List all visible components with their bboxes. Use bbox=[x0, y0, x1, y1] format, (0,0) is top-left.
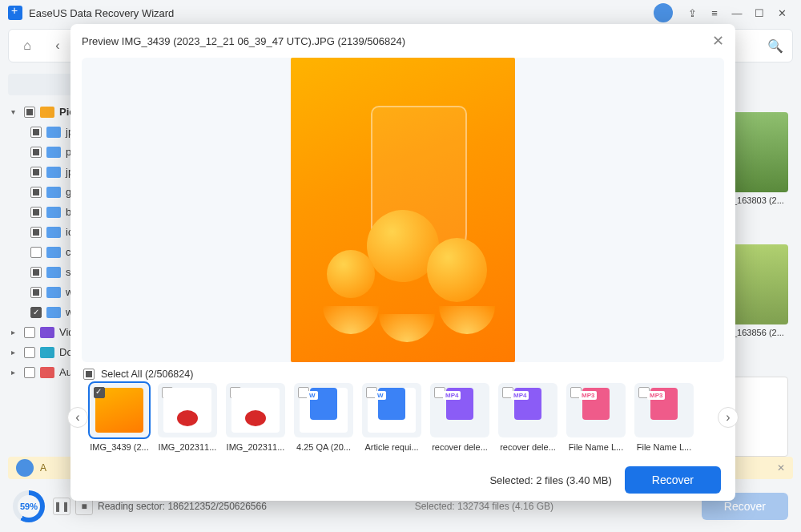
preview-image bbox=[291, 58, 515, 362]
thumb-item[interactable]: WArticle requi... bbox=[362, 383, 421, 452]
selected-text: Selected: 2 files (3.40 MB) bbox=[489, 474, 611, 486]
recover-button[interactable]: Recover bbox=[625, 466, 721, 494]
thumb-label: recover dele... bbox=[498, 442, 557, 452]
select-all-row[interactable]: Select All (2/506824) bbox=[70, 362, 735, 383]
thumb-label: recover dele... bbox=[430, 442, 489, 452]
modal-footer: Selected: 2 files (3.40 MB) Recover bbox=[70, 457, 735, 506]
thumb-item[interactable]: IMG_3439 (2... bbox=[90, 383, 149, 452]
thumb-checkbox[interactable] bbox=[94, 387, 105, 398]
preview-area bbox=[82, 58, 724, 362]
thumb-label: File Name L... bbox=[634, 442, 694, 452]
thumb-item[interactable]: MP3File Name L... bbox=[566, 383, 626, 452]
thumb-item[interactable]: IMG_202311... bbox=[226, 383, 285, 452]
thumb-item[interactable]: W4.25 QA (20... bbox=[294, 383, 353, 452]
thumb-label: IMG_202311... bbox=[226, 442, 285, 452]
modal-header: Preview IMG_3439 (2023_12_21 06_39_47 UT… bbox=[70, 24, 735, 58]
thumb-label: IMG_3439 (2... bbox=[90, 442, 149, 452]
thumb-item[interactable]: MP4recover dele... bbox=[498, 383, 557, 452]
thumb-label: 4.25 QA (20... bbox=[294, 442, 353, 452]
thumbs-row: ‹ IMG_3439 (2...IMG_202311...IMG_202311.… bbox=[70, 383, 735, 452]
select-all-checkbox[interactable] bbox=[83, 369, 95, 380]
thumb-label: File Name L... bbox=[566, 442, 626, 452]
next-button[interactable]: › bbox=[718, 407, 739, 428]
prev-button[interactable]: ‹ bbox=[67, 407, 88, 428]
modal-close-icon[interactable]: ✕ bbox=[712, 32, 724, 50]
thumb-item[interactable]: IMG_202311... bbox=[158, 383, 217, 452]
thumb-item[interactable]: MP4recover dele... bbox=[430, 383, 489, 452]
modal-title: Preview IMG_3439 (2023_12_21 06_39_47 UT… bbox=[82, 35, 405, 47]
thumb-label: IMG_202311... bbox=[158, 442, 217, 452]
thumb-item[interactable]: MP3File Name L... bbox=[634, 383, 694, 452]
thumb-label: Article requi... bbox=[362, 442, 421, 452]
select-all-label: Select All (2/506824) bbox=[101, 369, 193, 380]
preview-modal: Preview IMG_3439 (2023_12_21 06_39_47 UT… bbox=[70, 24, 735, 501]
